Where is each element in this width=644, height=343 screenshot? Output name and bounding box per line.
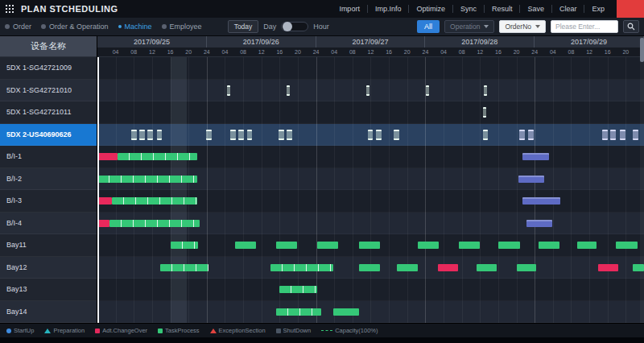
menu-result[interactable]: Result — [485, 5, 520, 13]
gantt-bar-mint[interactable] — [147, 130, 153, 140]
mode-radio-employee[interactable]: Employee — [162, 23, 202, 31]
gantt-bar-red[interactable] — [598, 264, 618, 271]
menu-optimize[interactable]: Optimize — [409, 5, 452, 13]
operation-select[interactable]: Operation — [444, 20, 494, 33]
gantt-bar-green[interactable] — [498, 242, 520, 249]
gantt-bar-pale[interactable] — [528, 130, 534, 140]
machine-row-label-5dx-1-sg42721009[interactable]: 5DX 1-SG42721009 — [0, 57, 97, 80]
machine-row-label-b-i-4[interactable]: B/I-4 — [0, 213, 97, 235]
now-line — [97, 57, 99, 323]
gantt-bar-red[interactable] — [97, 153, 118, 160]
bottom-strip — [0, 337, 644, 343]
gantt-bar-pale[interactable] — [633, 130, 638, 140]
menu-exp[interactable]: Exp — [584, 5, 612, 13]
mode-radio-label: Order & Operation — [49, 23, 109, 31]
menu-sync[interactable]: Sync — [453, 5, 484, 13]
gantt-bar-mint[interactable] — [157, 130, 163, 140]
machine-row-label-bay13[interactable]: Bay13 — [0, 279, 97, 301]
machine-row-label-5dx-2-us40690626[interactable]: 5DX 2-US40690626 — [0, 124, 97, 147]
gantt-bar-mint[interactable] — [426, 85, 430, 96]
hour-tick-label: 04 — [440, 49, 447, 55]
menu-import[interactable]: Import — [332, 5, 367, 13]
gantt-bar-green[interactable] — [418, 242, 439, 249]
gantt-bar-pale[interactable] — [519, 130, 525, 140]
today-button[interactable]: Today — [228, 20, 259, 33]
gantt-bar-green[interactable] — [118, 153, 197, 160]
gantt-bar-mint[interactable] — [230, 130, 236, 140]
mode-radio-order[interactable]: Order — [5, 23, 31, 31]
gantt-bar-green[interactable] — [517, 264, 537, 271]
gantt-bar-mint[interactable] — [238, 130, 244, 140]
gantt-bar-mint[interactable] — [227, 85, 231, 96]
mode-radio-order-operation[interactable]: Order & Operation — [41, 23, 109, 31]
gantt-bar-green[interactable] — [477, 264, 497, 271]
machine-row-label-bay11[interactable]: Bay11 — [0, 234, 97, 257]
gantt-bar-green[interactable] — [171, 242, 198, 249]
gantt-bar-red[interactable] — [438, 264, 458, 271]
machine-row-label-bay14[interactable]: Bay14 — [0, 301, 97, 324]
gantt-bar-mint[interactable] — [131, 130, 137, 140]
gantt-bar-mint[interactable] — [368, 130, 374, 140]
machine-row-label-5dx-1-sg42721011[interactable]: 5DX 1-SG42721011 — [0, 101, 97, 124]
gantt-bar-green[interactable] — [270, 264, 333, 271]
gantt-bar-green[interactable] — [333, 308, 360, 316]
gantt-bar-green[interactable] — [359, 264, 380, 271]
machine-row-label-b-i-1[interactable]: B/I-1 — [0, 146, 97, 168]
gantt-bar-red[interactable] — [97, 220, 109, 227]
gantt-bar-pale[interactable] — [602, 130, 608, 140]
gantt-bar-pale[interactable] — [620, 130, 625, 140]
app-logo-icon — [5, 4, 14, 14]
mode-radio-machine[interactable]: Machine — [118, 23, 152, 31]
gantt-bar-pale[interactable] — [610, 130, 616, 140]
menu-clear[interactable]: Clear — [552, 5, 584, 13]
exit-button[interactable] — [617, 0, 644, 18]
gantt-bar-green[interactable] — [397, 264, 418, 271]
gantt-bar-mint[interactable] — [206, 130, 212, 140]
hour-tick-label: 12 — [586, 49, 592, 55]
gantt-bar-green[interactable] — [112, 197, 197, 205]
machine-row-label-bay12[interactable]: Bay12 — [0, 257, 97, 279]
gantt-bar-mint[interactable] — [483, 130, 489, 140]
gantt-bar-green[interactable] — [577, 242, 597, 249]
day-hour-toggle[interactable] — [281, 22, 308, 31]
gantt-bar-blue[interactable] — [518, 176, 544, 183]
gantt-bar-green[interactable] — [317, 242, 338, 249]
menu-imp-info[interactable]: Imp.Info — [368, 5, 409, 13]
gantt-bar-green[interactable] — [160, 264, 208, 271]
gantt-bar-green[interactable] — [235, 242, 257, 249]
gantt-bar-mint[interactable] — [287, 130, 292, 140]
gantt-bar-mint[interactable] — [247, 130, 253, 140]
machine-row-label-5dx-1-sg42721010[interactable]: 5DX 1-SG42721010 — [0, 80, 97, 102]
gantt-bar-green[interactable] — [459, 242, 480, 249]
gantt-bar-blue[interactable] — [526, 220, 552, 227]
machine-row-label-b-i-3[interactable]: B/I-3 — [0, 190, 97, 213]
gantt-bar-green[interactable] — [539, 242, 559, 249]
gantt-bar-blue[interactable] — [522, 153, 548, 160]
gantt-bar-red[interactable] — [97, 197, 112, 205]
gantt-bar-mint[interactable] — [376, 130, 382, 140]
all-button[interactable]: All — [417, 20, 440, 33]
orderno-select[interactable]: OrderNo — [499, 20, 546, 33]
legend-label: TaskProcess — [165, 327, 200, 334]
machine-row-label-b-i-2[interactable]: B/I-2 — [0, 168, 97, 191]
gantt-bar-mint[interactable] — [484, 85, 488, 96]
scrollbar-thumb[interactable] — [640, 38, 644, 62]
vertical-scrollbar[interactable] — [640, 36, 644, 323]
gantt-bar-green[interactable] — [97, 176, 197, 183]
gantt-bar-green[interactable] — [109, 220, 200, 227]
gantt-bar-green[interactable] — [616, 242, 638, 249]
gantt-bar-green[interactable] — [359, 242, 380, 249]
gantt-bar-mint[interactable] — [366, 85, 370, 96]
search-button[interactable] — [623, 20, 639, 33]
gantt-bar-mint[interactable] — [394, 130, 399, 140]
gantt-bar-green[interactable] — [276, 242, 298, 249]
gantt-bar-green[interactable] — [276, 308, 321, 316]
gantt-bar-blue[interactable] — [522, 197, 559, 205]
gantt-bar-green[interactable] — [279, 286, 318, 293]
gantt-bar-mint[interactable] — [483, 107, 487, 118]
gantt-bar-mint[interactable] — [287, 85, 291, 96]
gantt-bar-mint[interactable] — [139, 130, 145, 140]
menu-save[interactable]: Save — [520, 5, 551, 13]
search-input[interactable] — [551, 20, 618, 33]
gantt-bar-mint[interactable] — [279, 130, 284, 140]
